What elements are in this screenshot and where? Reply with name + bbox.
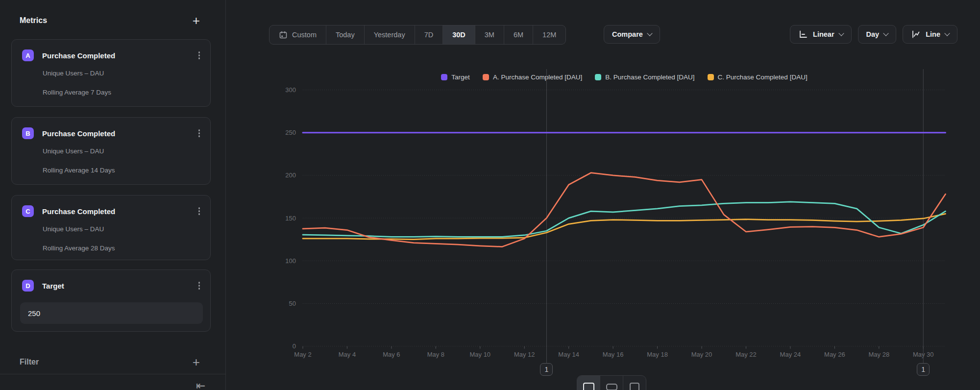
legend-label: C. Purchase Completed [DAU] — [718, 73, 808, 81]
chevron-down-icon — [838, 30, 844, 36]
x-axis-label: May 8 — [427, 351, 444, 358]
legend-item[interactable]: C. Purchase Completed [DAU] — [708, 73, 808, 81]
collapse-sidebar-icon[interactable]: ⇤ — [196, 379, 205, 390]
target-card[interactable]: D Target 250 — [11, 269, 211, 332]
legend-swatch — [595, 74, 601, 80]
annotation-badge[interactable]: 1 — [540, 363, 553, 376]
app-window: Metrics + A Purchase Completed Unique Us… — [0, 0, 980, 390]
date-range-label: Today — [336, 31, 355, 39]
granularity-dropdown[interactable]: Day — [858, 25, 897, 44]
series-line-c — [303, 214, 946, 239]
chart-view-icon — [583, 383, 594, 390]
x-axis-label: May 12 — [514, 351, 535, 358]
legend-swatch — [441, 74, 447, 80]
kebab-menu-icon[interactable] — [196, 205, 203, 217]
line-chart-icon — [911, 30, 921, 39]
x-axis-label: May 6 — [383, 351, 400, 358]
add-metric-button[interactable]: + — [193, 15, 200, 26]
metric-card-b[interactable]: B Purchase Completed Unique Users – DAU … — [11, 117, 211, 185]
x-axis-label: May 22 — [735, 351, 757, 358]
x-axis-label: May 2 — [294, 351, 311, 358]
y-axis-label: 0 — [293, 342, 296, 350]
x-axis-label: May 18 — [647, 351, 668, 358]
metrics-title: Metrics — [20, 16, 47, 25]
metric-card-c[interactable]: C Purchase Completed Unique Users – DAU … — [11, 195, 211, 260]
chart-settings-toolbar: Linear Day Line — [790, 25, 957, 44]
x-axis-label: May 24 — [780, 351, 801, 358]
chevron-down-icon — [944, 30, 950, 36]
date-range-label: Yesterday — [374, 31, 405, 39]
chart-type-dropdown[interactable]: Line — [903, 25, 957, 44]
date-range-today[interactable]: Today — [326, 25, 364, 44]
kebab-menu-icon[interactable] — [196, 49, 203, 61]
x-axis-label: May 10 — [469, 351, 490, 358]
metric-letter-badge: C — [22, 205, 34, 217]
date-range-7d[interactable]: 7D — [415, 25, 443, 44]
date-range-6m[interactable]: 6M — [504, 25, 533, 44]
metric-title: Purchase Completed — [42, 207, 196, 216]
metric-card-b-header: B Purchase Completed — [22, 127, 202, 140]
metric-rolling-average: Rolling Average 7 Days — [43, 89, 111, 96]
scale-label: Linear — [813, 30, 834, 38]
metric-title: Purchase Completed — [42, 129, 196, 138]
chevron-down-icon — [883, 30, 889, 36]
y-axis-label: 50 — [289, 300, 296, 307]
date-range-3m[interactable]: 3M — [475, 25, 504, 44]
legend-item[interactable]: Target — [441, 73, 470, 81]
metric-letter-badge: A — [22, 49, 34, 61]
metric-measure: Unique Users – DAU — [43, 70, 104, 77]
y-axis-label: 150 — [285, 215, 296, 222]
metric-title: Target — [42, 282, 196, 290]
x-axis-label: May 26 — [824, 351, 845, 358]
annotation-badge[interactable]: 1 — [917, 363, 930, 376]
metrics-sidebar: Metrics + A Purchase Completed Unique Us… — [0, 0, 226, 390]
series-line-b — [303, 202, 946, 237]
chart-view-toggle[interactable] — [577, 376, 600, 390]
date-range-30d[interactable]: 30D — [442, 25, 475, 44]
date-range-yesterday[interactable]: Yesterday — [364, 25, 415, 44]
legend-label: A. Purchase Completed [DAU] — [493, 73, 582, 81]
y-axis-label: 100 — [285, 257, 296, 265]
legend-item[interactable]: B. Purchase Completed [DAU] — [595, 73, 694, 81]
target-card-header: D Target — [22, 279, 202, 292]
chart-type-label: Line — [926, 30, 940, 38]
compare-button[interactable]: Compare — [604, 25, 660, 44]
scale-dropdown[interactable]: Linear — [790, 25, 852, 44]
legend-item[interactable]: A. Purchase Completed [DAU] — [483, 73, 582, 81]
granularity-label: Day — [866, 30, 880, 38]
y-axis-label: 200 — [285, 171, 296, 179]
date-range-12m[interactable]: 12M — [533, 25, 565, 44]
metric-measure: Unique Users – DAU — [43, 225, 104, 233]
x-axis-label: May 20 — [691, 351, 712, 358]
legend-label: Target — [451, 73, 470, 81]
filter-section: Filter + — [20, 356, 200, 368]
date-range-segmented-control: CustomTodayYesterday7D30D3M6M12M — [269, 25, 566, 45]
metric-card-a[interactable]: A Purchase Completed Unique Users – DAU … — [11, 39, 211, 107]
add-filter-button[interactable]: + — [193, 357, 200, 367]
kebab-menu-icon[interactable] — [196, 127, 203, 139]
x-axis-label: May 4 — [339, 351, 356, 358]
table-view-toggle[interactable] — [623, 376, 646, 390]
x-axis-label: May 30 — [913, 351, 934, 358]
target-value-input[interactable]: 250 — [20, 302, 203, 324]
bar-view-icon — [606, 384, 617, 390]
metric-card-a-header: A Purchase Completed — [22, 49, 202, 62]
chart-legend: TargetA. Purchase Completed [DAU]B. Purc… — [303, 73, 946, 81]
compare-label: Compare — [612, 30, 643, 38]
chevron-down-icon — [647, 30, 652, 36]
legend-swatch — [708, 74, 714, 80]
calendar-icon — [279, 30, 288, 39]
date-range-label: 3M — [485, 31, 494, 39]
metric-letter-badge: B — [22, 127, 34, 139]
metric-rolling-average: Rolling Average 28 Days — [43, 244, 115, 252]
y-axis-label: 250 — [285, 129, 296, 136]
date-range-label: 7D — [424, 31, 434, 39]
metric-letter-badge: D — [22, 280, 34, 292]
date-range-label: Custom — [292, 31, 317, 39]
kebab-menu-icon[interactable] — [196, 280, 203, 292]
date-range-custom[interactable]: Custom — [270, 25, 326, 44]
metric-title: Purchase Completed — [42, 51, 196, 60]
x-axis-label: May 14 — [558, 351, 579, 358]
bar-view-toggle[interactable] — [600, 376, 623, 390]
table-view-icon — [630, 383, 639, 390]
